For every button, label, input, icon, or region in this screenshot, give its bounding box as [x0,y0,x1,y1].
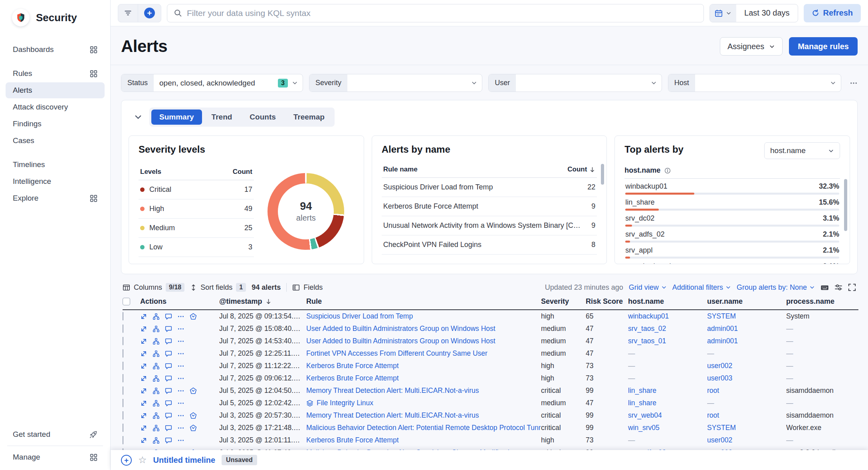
kql-search-bar[interactable] [167,4,704,22]
top-alerts-row[interactable]: winbackup0132.3% [624,179,840,195]
add-filter-button[interactable]: + [138,4,161,22]
sidebar-item-timelines[interactable]: Timelines [6,157,105,173]
add-note-icon[interactable] [165,400,172,407]
expand-alert-icon[interactable] [140,424,147,432]
more-actions-icon[interactable] [177,325,184,333]
alerts-by-name-row[interactable]: CheckPoint VPN Failed Logins8 [382,235,597,255]
host-name-cell[interactable]: winbackup01 [628,312,669,320]
top-alerts-row[interactable]: srv_appl2.1% [624,243,840,259]
analyze-event-icon[interactable] [153,387,160,394]
add-note-icon[interactable] [165,338,172,345]
analyze-event-icon[interactable] [153,400,160,407]
sidebar-item-get-started[interactable]: Get started [6,426,105,442]
more-actions-icon[interactable] [177,437,184,444]
user-name-cell[interactable]: root [707,411,719,419]
refresh-button[interactable]: Refresh [804,4,861,22]
host-filter[interactable]: Host [668,74,841,92]
row-checkbox[interactable] [123,411,123,420]
analyze-event-icon[interactable] [153,350,160,357]
more-filters-button[interactable] [850,79,858,87]
scrollbar-thumb[interactable] [844,179,847,231]
select-all-checkbox[interactable] [123,298,130,305]
row-checkbox[interactable] [123,386,123,395]
expand-alert-icon[interactable] [140,325,147,333]
expand-alert-icon[interactable] [140,350,147,357]
host-name-cell[interactable]: lin_share [628,386,656,394]
grid-settings-button[interactable] [834,283,842,291]
host-name-cell[interactable]: srv_taos_02 [628,325,666,333]
sort-fields-button[interactable]: Sort fields 1 [190,283,246,292]
expand-alert-icon[interactable] [140,362,147,370]
more-actions-icon[interactable] [177,387,184,394]
rule-link[interactable]: User Added to Builtin Administrators Gro… [306,337,495,345]
rule-link[interactable]: Fortinet VPN Accesses From Different Cou… [306,349,488,358]
assignees-dropdown[interactable]: Assignees [720,37,783,56]
rule-link[interactable]: Memory Threat Detection Alert: Multi.EIC… [306,386,479,395]
user-name-cell[interactable]: user002 [707,436,732,444]
add-note-icon[interactable] [165,424,172,432]
fullscreen-button[interactable] [848,283,856,291]
group-alerts-dropdown[interactable]: Group alerts by: None [737,283,815,292]
row-checkbox[interactable] [123,362,123,370]
analyze-event-icon[interactable] [153,313,160,320]
col-user-name[interactable]: user.name [707,297,786,306]
more-actions-icon[interactable] [177,400,184,407]
top-alerts-row[interactable]: lin_share15.6% [624,195,840,211]
analyze-event-icon[interactable] [153,424,160,432]
analyze-event-icon[interactable] [153,362,160,370]
top-alerts-row[interactable]: srv_dc023.1% [624,211,840,227]
kql-search-input[interactable] [187,8,697,18]
sidebar-item-alerts[interactable]: Alerts [6,82,105,98]
rule-link[interactable]: Memory Threat Detection Alert: Multi.EIC… [306,411,479,420]
date-quick-select-button[interactable] [710,4,736,22]
sidebar-item-cases[interactable]: Cases [6,133,105,149]
security-logo[interactable] [12,9,30,26]
alerts-by-name-row[interactable]: Kerberos Brute Force Attempt9 [382,197,597,216]
col-host-name[interactable]: host.name [628,297,707,306]
host-name-cell[interactable]: srv_web04 [628,411,662,419]
timeline-title[interactable]: Untitled timeline [153,456,216,465]
analyze-event-icon[interactable] [153,325,160,333]
user-name-cell[interactable]: root [707,386,719,394]
row-checkbox[interactable] [123,312,123,321]
rule-link[interactable]: Malicious Behavior Detection Alert: Pote… [306,424,541,432]
rule-link[interactable]: User Added to Builtin Administrators Gro… [306,325,495,333]
sidebar-item-explore[interactable]: Explore [6,190,105,206]
user-name-cell[interactable]: user002 [707,362,732,370]
analyze-event-icon[interactable] [153,437,160,444]
more-actions-icon[interactable] [177,362,184,370]
expand-alert-icon[interactable] [140,313,147,320]
rule-link[interactable]: Suspicious Driver Load from Temp [306,312,413,321]
host-name-cell[interactable]: lin_share [628,399,656,407]
more-actions-icon[interactable] [177,424,184,432]
expand-alert-icon[interactable] [140,437,147,444]
col-rule[interactable]: Rule [306,297,541,306]
severity-filter[interactable]: Severity [309,74,482,92]
additional-filters-dropdown[interactable]: Additional filters [672,283,731,292]
expand-alert-icon[interactable] [140,375,147,382]
host-name-cell[interactable]: win_srv05 [628,424,660,432]
user-name-cell[interactable]: SYSTEM [707,424,736,432]
session-view-icon[interactable] [190,424,197,432]
session-view-icon[interactable] [190,313,197,320]
sidebar-item-manage[interactable]: Manage [6,449,105,465]
user-name-cell[interactable]: SYSTEM [707,312,736,320]
add-timeline-button[interactable]: + [121,455,132,466]
session-view-icon[interactable] [190,412,197,419]
more-actions-icon[interactable] [177,412,184,419]
top-alerts-row[interactable]: srv_adfs_022.1% [624,227,840,243]
manage-rules-button[interactable]: Manage rules [789,37,858,56]
tab-counts[interactable]: Counts [242,110,283,125]
keyboard-shortcuts-button[interactable] [820,283,829,292]
row-checkbox[interactable] [123,374,123,382]
host-name-cell[interactable]: srv_taos_01 [628,337,666,345]
sidebar-item-dashboards[interactable]: Dashboards [6,42,105,58]
user-name-cell[interactable]: user003 [707,374,732,382]
tab-trend[interactable]: Trend [204,110,240,125]
rule-link[interactable]: Kerberos Brute Force Attempt [306,374,399,382]
add-note-icon[interactable] [165,387,172,394]
expand-alert-icon[interactable] [140,400,147,407]
alerts-by-name-row[interactable]: Unusual Network Activity from a Windows … [382,216,597,235]
sidebar-item-intelligence[interactable]: Intelligence [6,173,105,189]
analyze-event-icon[interactable] [153,412,160,419]
